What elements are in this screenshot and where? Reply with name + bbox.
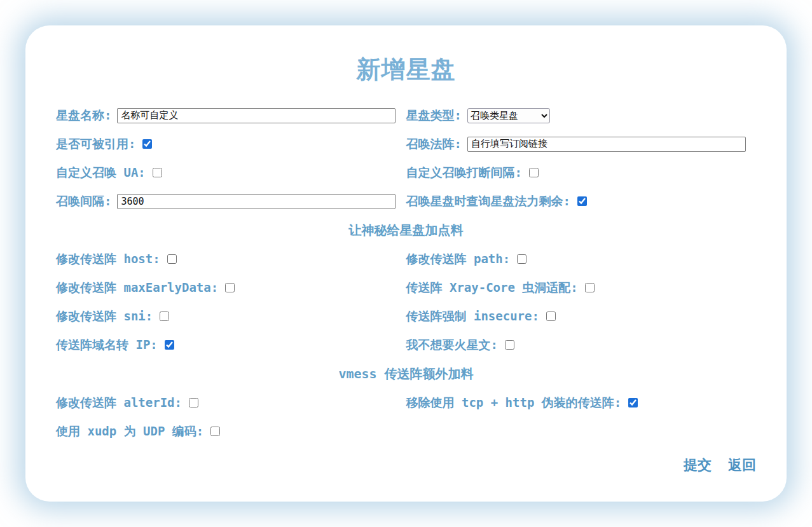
alterid-checkbox[interactable] <box>189 398 198 407</box>
chart-type-label: 星盘类型: <box>406 107 462 124</box>
field-row-custom-ua: 自定义召唤 UA: <box>56 158 406 187</box>
field-row-insecure: 传送阵强制 insecure: <box>406 302 757 331</box>
referencable-label: 是否可被引用: <box>56 136 135 153</box>
no-martian-label: 我不想要火星文: <box>406 337 498 353</box>
field-row-path: 修改传送阵 path: <box>406 245 757 273</box>
form-grid: 星盘名称: 星盘类型: 召唤类星盘 是否可被引用: 召唤法阵: 自定义召唤 UA… <box>56 101 756 446</box>
section-header-vmess: vmess 传送阵额外加料 <box>56 359 756 388</box>
custom-interrupt-checkbox[interactable] <box>529 168 539 177</box>
query-mana-checkbox[interactable] <box>577 196 587 206</box>
field-row-alterid: 修改传送阵 alterId: <box>56 388 406 417</box>
field-row-custom-interrupt: 自定义召唤打断间隔: <box>406 158 757 187</box>
back-button[interactable]: 返回 <box>728 456 756 475</box>
field-row-max-early-data: 修改传送阵 maxEarlyData: <box>56 273 406 302</box>
remove-tcp-http-checkbox[interactable] <box>628 398 638 407</box>
field-row-domain-to-ip: 传送阵域名转 IP: <box>56 331 406 359</box>
page-title: 新增星盘 <box>56 53 756 86</box>
field-row-chart-name: 星盘名称: <box>56 101 406 130</box>
summon-circle-label: 召唤法阵: <box>406 136 462 153</box>
no-martian-checkbox[interactable] <box>505 340 514 350</box>
field-row-query-mana: 召唤星盘时查询星盘法力剩余: <box>406 187 757 216</box>
remove-tcp-http-label: 移除使用 tcp + http 伪装的传送阵: <box>406 395 622 411</box>
field-row-remove-tcp-http: 移除使用 tcp + http 伪装的传送阵: <box>406 388 757 417</box>
summon-interval-label: 召唤间隔: <box>56 193 111 210</box>
referencable-checkbox[interactable] <box>142 139 152 149</box>
xray-wormhole-checkbox[interactable] <box>585 283 595 292</box>
custom-ua-label: 自定义召唤 UA: <box>56 165 146 181</box>
form-card: 新增星盘 星盘名称: 星盘类型: 召唤类星盘 是否可被引用: 召唤法阵: 自定义… <box>25 25 787 502</box>
insecure-label: 传送阵强制 insecure: <box>406 308 539 325</box>
sni-label: 修改传送阵 sni: <box>56 308 153 325</box>
summon-interval-input[interactable] <box>117 194 396 209</box>
path-label: 修改传送阵 path: <box>406 251 511 268</box>
path-checkbox[interactable] <box>517 254 526 264</box>
query-mana-label: 召唤星盘时查询星盘法力剩余: <box>406 193 570 210</box>
field-row-referencable: 是否可被引用: <box>56 130 406 158</box>
field-row-sni: 修改传送阵 sni: <box>56 302 406 331</box>
sni-checkbox[interactable] <box>160 311 169 321</box>
field-row-xray-wormhole: 传送阵 Xray-Core 虫洞适配: <box>406 273 757 302</box>
summon-circle-input[interactable] <box>467 137 746 152</box>
submit-button[interactable]: 提交 <box>684 456 712 475</box>
xudp-checkbox[interactable] <box>210 427 220 436</box>
field-row-xudp: 使用 xudp 为 UDP 编码: <box>56 417 406 446</box>
field-row-spacer <box>406 417 757 446</box>
form-actions: 提交 返回 <box>56 456 756 475</box>
section-header-mystery: 让神秘给星盘加点料 <box>56 216 756 245</box>
field-row-summon-interval: 召唤间隔: <box>56 187 406 216</box>
alterid-label: 修改传送阵 alterId: <box>56 395 182 411</box>
custom-interrupt-label: 自定义召唤打断间隔: <box>406 165 522 181</box>
custom-ua-checkbox[interactable] <box>153 168 162 177</box>
field-row-no-martian: 我不想要火星文: <box>406 331 757 359</box>
field-row-chart-type: 星盘类型: 召唤类星盘 <box>406 101 757 130</box>
domain-to-ip-label: 传送阵域名转 IP: <box>56 337 158 353</box>
max-early-data-label: 修改传送阵 maxEarlyData: <box>56 280 218 296</box>
insecure-checkbox[interactable] <box>546 311 556 321</box>
field-row-summon-circle: 召唤法阵: <box>406 130 757 158</box>
chart-name-input[interactable] <box>117 108 396 123</box>
host-label: 修改传送阵 host: <box>56 251 160 268</box>
max-early-data-checkbox[interactable] <box>225 283 235 292</box>
host-checkbox[interactable] <box>167 254 177 264</box>
domain-to-ip-checkbox[interactable] <box>165 340 174 350</box>
chart-type-select[interactable]: 召唤类星盘 <box>467 108 550 123</box>
xudp-label: 使用 xudp 为 UDP 编码: <box>56 423 203 440</box>
field-row-host: 修改传送阵 host: <box>56 245 406 273</box>
xray-wormhole-label: 传送阵 Xray-Core 虫洞适配: <box>406 280 578 296</box>
chart-name-label: 星盘名称: <box>56 107 111 124</box>
